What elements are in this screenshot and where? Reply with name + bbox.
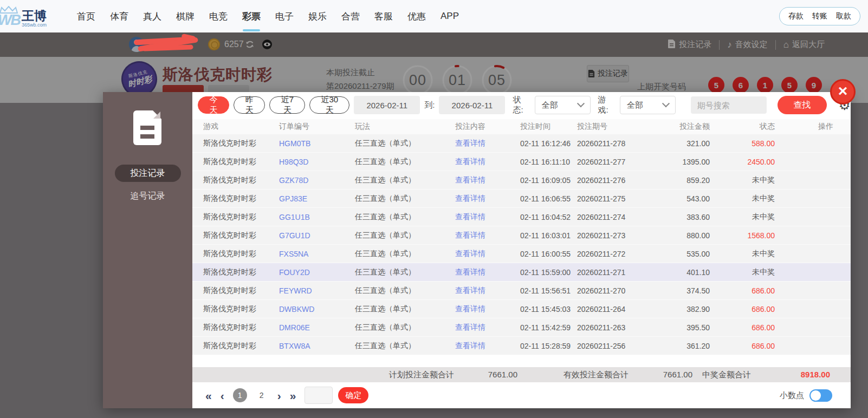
detail-link[interactable]: 查看详情 [455,139,520,148]
page-numbers: 12 [233,388,269,402]
order-id-link[interactable]: FOUY2D [279,268,355,277]
date-from-input[interactable] [354,96,420,114]
modal-close-button[interactable]: × [830,79,856,104]
cell-game: 斯洛伐克时时彩 [203,249,279,259]
order-id-link[interactable]: BTXW8A [279,342,355,350]
status-label: 状态: [513,95,530,115]
cell-status: 686.00 [710,323,775,332]
detail-link[interactable]: 查看详情 [455,323,520,332]
cell-period: 20260211-270 [577,286,631,295]
page-jump-input[interactable] [305,387,333,404]
cell-status: 686.00 [710,305,775,314]
quick-filter-today[interactable]: 今天 [198,96,229,114]
table-row[interactable]: 斯洛伐克时时彩FXS5NA任三直选（单式）查看详情02-11 16:00:552… [192,245,851,263]
quick-filter-7days[interactable]: 近7天 [269,96,305,114]
table-row[interactable]: 斯洛伐克时时彩GG1U1B任三直选（单式）查看详情02-11 16:04:522… [192,208,851,226]
cell-amount: 382.90 [631,305,710,314]
order-id-link[interactable]: H98Q3D [279,158,355,166]
order-id-link[interactable]: GZK78D [279,176,355,185]
search-button[interactable]: 查找 [778,96,827,114]
modal-sidebar: 投注记录 追号记录 [103,92,192,408]
column-header: 投注金额 [631,122,710,132]
sidebar-item-bet-records[interactable]: 投注记录 [115,165,181,182]
table-row[interactable]: 斯洛伐克时时彩G7GU1D任三直选（单式）查看详情02-11 16:03:012… [192,226,851,245]
cell-game: 斯洛伐克时时彩 [203,212,279,222]
date-to-input[interactable] [439,96,505,114]
table-row[interactable]: 斯洛伐克时时彩HGM0TB任三直选（单式）查看详情02-11 16:12:462… [192,134,851,153]
cell-amount: 880.00 [631,231,710,240]
nav-item[interactable]: 电竞 [209,10,228,23]
quick-filter-yesterday[interactable]: 昨天 [234,96,265,114]
site-logo[interactable]: WB 王博 365wb.com [0,2,72,31]
records-doc-icon [133,110,161,145]
period-search-input[interactable] [691,96,767,114]
cell-amount: 543.00 [631,194,710,203]
next-page-icon[interactable]: › [277,390,281,401]
sidebar-item-chase-records[interactable]: 追号记录 [115,187,181,205]
detail-link[interactable]: 查看详情 [455,341,520,351]
cell-status: 未中奖 [710,267,775,277]
detail-link[interactable]: 查看详情 [455,175,520,185]
detail-link[interactable]: 查看详情 [455,231,520,240]
nav-item[interactable]: APP [441,11,459,22]
table-row[interactable]: 斯洛伐克时时彩GPJ83E任三直选（单式）查看详情02-11 16:06:552… [192,190,851,208]
win-total-value: 8918.00 [770,367,830,382]
table-row[interactable]: 斯洛伐克时时彩DMR06E任三直选（单式）查看详情02-11 15:42:592… [192,318,851,337]
decimal-toggle[interactable] [809,389,832,402]
order-id-link[interactable]: GPJ83E [279,194,355,203]
order-id-link[interactable]: DMR06E [279,323,355,332]
nav-item[interactable]: 真人 [143,10,161,23]
prev-page-icon[interactable]: ‹ [221,390,224,401]
detail-link[interactable]: 查看详情 [455,249,520,259]
chevron-down-icon [576,100,584,107]
page-confirm-button[interactable]: 确定 [338,387,368,403]
nav-item[interactable]: 娱乐 [308,10,327,23]
nav-item[interactable]: 棋牌 [176,10,195,23]
order-id-link[interactable]: HGM0TB [279,139,355,148]
table-row[interactable]: 斯洛伐克时时彩H98Q3D任三直选（单式）查看详情02-11 16:11:102… [192,153,851,171]
detail-link[interactable]: 查看详情 [455,212,520,222]
cell-period: 20260211-277 [577,158,631,166]
detail-link[interactable]: 查看详情 [455,286,520,296]
wallet-action[interactable]: 取款 [836,11,851,21]
page-number[interactable]: 2 [255,388,269,402]
cell-status: 686.00 [710,286,775,295]
cell-period: 20260211-263 [577,323,631,332]
order-id-link[interactable]: DWBKWD [279,305,355,314]
detail-link[interactable]: 查看详情 [455,267,520,277]
table-row[interactable]: 斯洛伐克时时彩FOUY2D任三直选（单式）查看详情02-11 15:59:002… [192,263,851,282]
nav-item[interactable]: 体育 [110,10,128,23]
table-row[interactable]: 斯洛伐克时时彩BTXW8A任三直选（单式）查看详情02-11 15:28:592… [192,337,851,355]
nav-item[interactable]: 优惠 [407,10,426,23]
cell-status: 未中奖 [710,175,775,185]
decimal-label: 小数点 [780,390,804,401]
wallet-action[interactable]: 存款 [788,11,804,21]
order-id-link[interactable]: GG1U1B [279,213,355,221]
first-page-icon[interactable]: « [205,390,212,401]
status-select[interactable]: 全部 [535,96,591,114]
cell-amount: 361.20 [631,342,710,350]
detail-link[interactable]: 查看详情 [455,194,520,204]
table-row[interactable]: 斯洛伐克时时彩DWBKWD任三直选（单式）查看详情02-11 15:45:032… [192,300,851,318]
detail-link[interactable]: 查看详情 [455,304,520,314]
order-id-link[interactable]: G7GU1D [279,231,355,240]
detail-link[interactable]: 查看详情 [455,157,520,167]
page-number[interactable]: 1 [233,388,247,402]
table-row[interactable]: 斯洛伐克时时彩FEYWRD任三直选（单式）查看详情02-11 15:56:512… [192,282,851,300]
order-id-link[interactable]: FEYWRD [279,286,355,295]
nav-item[interactable]: 合营 [341,10,360,23]
game-select[interactable]: 全部 [620,96,676,114]
cell-amount: 395.50 [631,323,710,332]
nav-item[interactable]: 首页 [77,10,95,23]
wallet-action[interactable]: 转账 [812,11,827,21]
nav-item[interactable]: 客服 [374,10,393,23]
table-row[interactable]: 斯洛伐克时时彩GZK78D任三直选（单式）查看详情02-11 16:09:052… [192,171,851,190]
cell-period: 20260211-272 [577,250,631,258]
cell-game: 斯洛伐克时时彩 [203,194,279,204]
last-page-icon[interactable]: » [290,390,296,401]
nav-item[interactable]: 电子 [275,10,294,23]
nav-item[interactable]: 彩票 [242,10,261,23]
order-id-link[interactable]: FXS5NA [279,250,355,258]
quick-filter-30days[interactable]: 近30天 [309,96,349,114]
cell-play: 任三直选（单式） [355,231,455,240]
